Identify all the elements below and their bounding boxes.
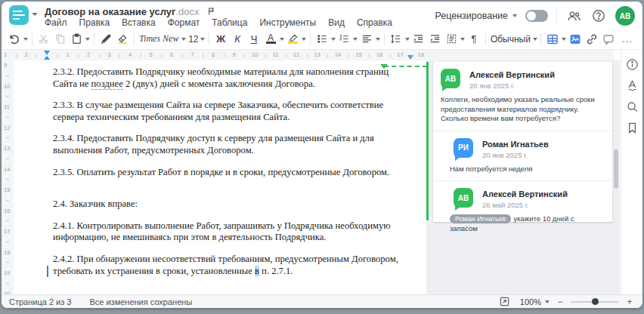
mention-chip[interactable]: Роман Игнатьев: [450, 214, 511, 223]
text-run: 2.4.2. При обнаружении несоответствий тр…: [53, 254, 398, 276]
copy-button[interactable]: [52, 31, 69, 48]
paragraph-settings-caret[interactable]: [460, 31, 466, 48]
zoom-slider[interactable]: [571, 301, 619, 303]
numbered-list-caret[interactable]: [353, 31, 359, 48]
document-info-icon[interactable]: [624, 57, 639, 72]
highlight-color-caret[interactable]: [302, 31, 308, 48]
insert-comment-button[interactable]: [600, 31, 617, 48]
text-run-underline: позднее: [91, 78, 123, 90]
paragraph: 2.4. Заказчик вправе:: [53, 199, 408, 211]
decrease-indent-button[interactable]: [410, 31, 426, 48]
ruler-tick: [410, 54, 411, 57]
increase-indent-button[interactable]: [426, 31, 443, 48]
document-page[interactable]: 2.3.2. Предоставить Подрядчику необходим…: [14, 60, 426, 294]
font-name-caret[interactable]: [181, 31, 187, 48]
comment-reply[interactable]: АВАлексей Вертинский26 май 2025 г.Роман …: [433, 181, 612, 233]
italic-button[interactable]: К: [229, 31, 246, 48]
text-run: 2.4.1. Контролировать выполнение Работ, …: [53, 220, 391, 243]
menu-item-инструменты[interactable]: Инструменты: [259, 17, 316, 28]
menu-item-вставка[interactable]: Вставка: [122, 17, 156, 28]
ruler-tick: [390, 54, 391, 57]
line-spacing-button[interactable]: [388, 31, 404, 48]
collaboration-users-icon[interactable]: [565, 8, 582, 24]
ruler-number: 13: [314, 51, 320, 58]
insert-table-button[interactable]: [544, 31, 561, 48]
app-menu-caret-icon[interactable]: [32, 13, 38, 16]
zoom-in-button[interactable]: +: [626, 297, 633, 307]
insert-link-button[interactable]: [584, 31, 600, 48]
font-size-select[interactable]: 12: [187, 34, 200, 45]
user-avatar[interactable]: АВ: [615, 6, 635, 26]
ruler-number: 11: [273, 51, 279, 58]
align-left-caret[interactable]: [375, 31, 381, 48]
document-title: Договор на оказание услуг.docx: [45, 6, 215, 18]
highlight-color-button[interactable]: [285, 31, 302, 48]
insert-image-button[interactable]: [567, 31, 584, 48]
menu-item-таблица[interactable]: Таблица: [212, 17, 247, 28]
comment-reply[interactable]: РИРоман Игнатьев20 янв 2025 г.Нам потреб…: [433, 131, 612, 174]
numbered-list-button[interactable]: [336, 31, 353, 48]
undo-button[interactable]: [6, 31, 23, 48]
comment-date: 26 май 2025 г.: [482, 201, 568, 209]
ruler-tick: [182, 54, 183, 57]
paste-button[interactable]: [69, 31, 85, 48]
first-line-indent-marker[interactable]: [44, 51, 50, 55]
app-logo-icon[interactable]: [9, 5, 29, 25]
comment-thread[interactable]: АВАлексей Вертинский20 янв 2025 г.Коллег…: [433, 62, 612, 222]
paragraph-style-value: Обычный: [491, 34, 531, 45]
menu-item-формат[interactable]: Формат: [168, 17, 200, 28]
ruler-tick: [6, 283, 9, 284]
bullet-list-caret[interactable]: [330, 31, 336, 48]
search-icon[interactable]: [624, 99, 639, 114]
line-spacing-caret[interactable]: [404, 31, 410, 48]
comment-author: Алексей Вертинский: [482, 188, 568, 199]
menu-item-справка[interactable]: Справка: [357, 17, 392, 28]
comment-date: 20 янв 2025 г.: [482, 151, 549, 159]
insert-table-caret[interactable]: [561, 31, 567, 48]
vertical-scrollbar[interactable]: [614, 149, 618, 189]
bookmark-icon[interactable]: [624, 120, 639, 135]
menu-item-файл[interactable]: Файл: [45, 17, 67, 28]
save-status: Все изменения сохранены: [89, 297, 192, 306]
font-color-caret[interactable]: [279, 31, 285, 48]
help-icon[interactable]: [590, 8, 607, 24]
bullet-list-button[interactable]: [314, 31, 330, 48]
divider: [556, 9, 557, 23]
menu-item-вид[interactable]: Вид: [328, 17, 345, 28]
paragraph-settings-button[interactable]: [443, 31, 460, 48]
paragraph-style-select[interactable]: Обычный: [489, 34, 532, 45]
font-color-button[interactable]: А: [262, 31, 279, 48]
left-indent-marker[interactable]: [44, 56, 50, 60]
review-toggle[interactable]: [525, 10, 548, 22]
formatting-marks-button[interactable]: ¶: [466, 31, 482, 48]
text-cursor: [47, 266, 48, 277]
font-size-caret[interactable]: [200, 31, 206, 48]
ruler-number: 18: [418, 51, 424, 58]
ruler-number: 9: [232, 51, 235, 58]
cut-button[interactable]: [36, 31, 52, 48]
format-painter-icon[interactable]: [98, 31, 114, 48]
clear-style-eraser-icon[interactable]: [114, 31, 131, 48]
review-mode-button[interactable]: Рецензирование: [435, 11, 517, 21]
menu-item-правка[interactable]: Правка: [79, 17, 110, 28]
spellcheck-icon[interactable]: [624, 78, 639, 93]
paragraph-style-caret[interactable]: [532, 31, 538, 48]
zoom-slider-handle[interactable]: [592, 298, 599, 305]
undo-caret[interactable]: [23, 31, 29, 48]
toolbar-more-button[interactable]: ...: [617, 31, 638, 48]
flag-icon[interactable]: [207, 7, 215, 18]
bold-button[interactable]: Ж: [212, 31, 229, 48]
zoom-level-select[interactable]: 100%: [520, 297, 550, 306]
page-indicator[interactable]: Страница 2 из 3: [9, 297, 71, 306]
paste-caret[interactable]: [85, 31, 91, 48]
comment[interactable]: АВАлексей Вертинский20 янв 2025 г.Коллег…: [433, 62, 612, 124]
underline-button[interactable]: Ч: [246, 31, 262, 48]
zoom-out-button[interactable]: −: [556, 297, 564, 307]
ruler-tick: [6, 75, 9, 76]
align-left-button[interactable]: [358, 31, 375, 48]
ruler-number: 1: [66, 51, 69, 58]
font-name-select[interactable]: Times New ...: [138, 33, 181, 45]
ruler-number: 14: [335, 51, 341, 58]
right-sidebar: [621, 50, 642, 294]
fit-width-icon[interactable]: [497, 294, 513, 309]
